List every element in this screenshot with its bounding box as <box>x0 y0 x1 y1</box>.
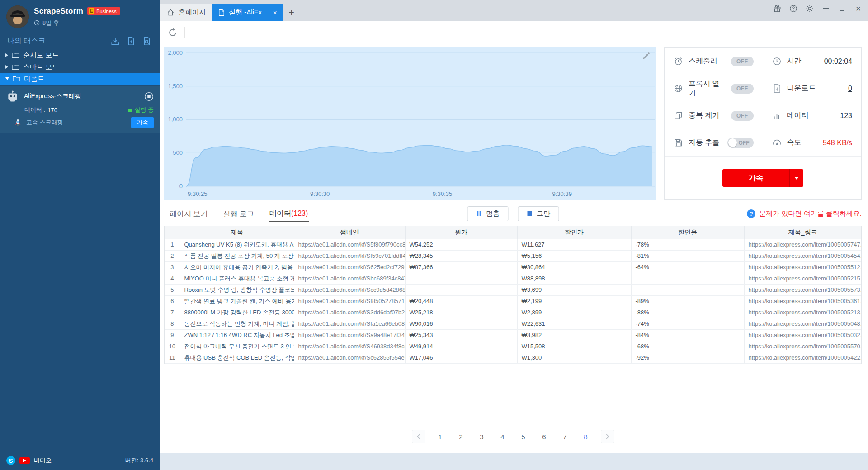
cell-discount-rate[interactable]: -64% <box>631 261 744 273</box>
cell-sale-price[interactable]: ₩2,899 <box>517 307 631 318</box>
cell-discount-rate[interactable]: -88% <box>631 307 744 318</box>
cell-title-link[interactable]: https://ko.aliexpress.com/item/100500574… <box>744 239 861 250</box>
cell-discount-rate[interactable] <box>631 284 744 295</box>
cell-title-link[interactable]: https://ko.aliexpress.com/item/100500504… <box>744 318 861 329</box>
tab-data[interactable]: 데이터(123) <box>269 205 309 222</box>
import-task-icon[interactable] <box>111 37 120 46</box>
cell-title[interactable]: Rooxin 도넛 수영 링, 팽창식 수영장 플로트,... <box>180 284 294 295</box>
help-area[interactable]: ? 문제가 있다면 여기를 클릭하세요. <box>747 209 862 218</box>
accelerate-button-label[interactable]: 가속 <box>722 169 789 187</box>
avatar[interactable] <box>6 5 29 28</box>
close-tab-icon[interactable]: × <box>273 9 277 16</box>
stop-button[interactable]: 그만 <box>518 206 559 221</box>
gift-icon[interactable] <box>773 4 781 13</box>
cell-original-price[interactable]: ₩28,345 <box>405 250 517 261</box>
dedupe-toggle[interactable]: OFF <box>731 111 754 121</box>
cell-thumbnail-url[interactable]: https://ae01.alicdn.com/kf/Sf59c701fddff… <box>294 250 405 261</box>
close-window-button[interactable]: × <box>854 4 863 13</box>
cell-title[interactable]: ZWN 1:12 / 1:16 4WD RC 자동차 Led 조명 ... <box>180 329 294 341</box>
cell-title-link[interactable]: https://ko.aliexpress.com/item/100500557… <box>744 284 861 295</box>
cell-sale-price[interactable]: ₩1,300 <box>517 352 631 363</box>
cell-title-link[interactable]: https://ko.aliexpress.com/item/100500542… <box>744 352 861 363</box>
cell-discount-rate[interactable]: -84% <box>631 329 744 341</box>
skype-icon[interactable]: S <box>6 456 15 465</box>
cell-thumbnail-url[interactable]: https://ae01.alicdn.com/kf/Sbc689f34c847… <box>294 273 405 284</box>
cell-title[interactable]: 8800000LM 가장 강력한 LED 손전등 3000 ... <box>180 307 294 318</box>
task-data-count[interactable]: 170 <box>47 107 57 114</box>
table-row[interactable]: 1Quansheng UV K5 (8) 워키토키, 휴대용 Am...http… <box>165 239 861 250</box>
caret-right-icon[interactable] <box>5 53 8 57</box>
edit-pencil-icon[interactable] <box>642 52 650 60</box>
caret-down-icon[interactable] <box>5 77 9 80</box>
col-header-title[interactable]: 제목 <box>180 226 294 239</box>
cell-sale-price[interactable]: ₩15,508 <box>517 341 631 352</box>
cell-sale-price[interactable]: ₩2,199 <box>517 295 631 307</box>
cell-title-link[interactable]: https://ko.aliexpress.com/item/100500521… <box>744 273 861 284</box>
minimize-button[interactable] <box>821 4 830 13</box>
col-header-title-link[interactable]: 제목_링크 <box>744 226 861 239</box>
cell-original-price[interactable]: ₩54,252 <box>405 239 517 250</box>
col-header-sale-price[interactable]: 할인가 <box>517 226 631 239</box>
youtube-icon[interactable] <box>19 457 30 464</box>
pause-button[interactable]: 멈춤 <box>467 206 508 221</box>
cell-title[interactable]: 동전으로 작동하는 인형 기계, 미니 게임, 플... <box>180 318 294 329</box>
cell-discount-rate[interactable]: -89% <box>631 295 744 307</box>
cell-thumbnail-url[interactable]: https://ae01.alicdn.com/kf/Sa9a48e17f349… <box>294 329 405 341</box>
accelerate-button[interactable]: 가속 <box>722 169 803 187</box>
scheduler-toggle[interactable]: OFF <box>731 57 754 66</box>
cell-title-link[interactable]: https://ko.aliexpress.com/item/100500503… <box>744 329 861 341</box>
cell-original-price[interactable]: ₩49,914 <box>405 341 517 352</box>
table-row[interactable]: 9ZWN 1:12 / 1:16 4WD RC 자동차 Led 조명 ...ht… <box>165 329 861 341</box>
page-button-2[interactable]: 2 <box>455 433 467 441</box>
cell-discount-rate[interactable]: -92% <box>631 352 744 363</box>
search-task-icon[interactable] <box>142 37 151 46</box>
maximize-button[interactable] <box>838 4 846 13</box>
cell-title-link[interactable]: https://ko.aliexpress.com/item/100500551… <box>744 261 861 273</box>
accelerate-small-button[interactable]: 가속 <box>131 117 154 128</box>
cell-original-price[interactable]: ₩87,366 <box>405 261 517 273</box>
cell-thumbnail-url[interactable]: https://ae01.alicdn.com/kf/Sfa1ea66eb08d… <box>294 318 405 329</box>
stop-task-button[interactable] <box>144 92 154 101</box>
table-row[interactable]: 11휴대용 USB 충전식 COB LED 손전등, 작업...https://… <box>165 352 861 363</box>
cell-sale-price[interactable]: ₩22,631 <box>517 318 631 329</box>
cell-title[interactable]: 빨간색 연료 탱크 가솔린 캔, 가스 예비 용기,... <box>180 295 294 307</box>
tree-item-smart-mode[interactable]: 스마트 모드 <box>0 61 160 73</box>
cell-discount-rate[interactable] <box>631 273 744 284</box>
cell-discount-rate[interactable]: -74% <box>631 318 744 329</box>
cell-original-price[interactable] <box>405 284 517 295</box>
col-header-original-price[interactable]: 원가 <box>405 226 517 239</box>
task-card[interactable]: AliExpress-스크래핑 데이터 : 170 실행 중 <box>0 86 160 133</box>
page-button-1[interactable]: 1 <box>434 433 446 441</box>
cell-thumbnail-url[interactable]: https://ae01.alicdn.com/kf/Sc62855f554e5… <box>294 352 405 363</box>
cell-sale-price[interactable]: ₩3,982 <box>517 329 631 341</box>
refresh-icon[interactable] <box>168 28 178 38</box>
page-button-6[interactable]: 6 <box>538 433 550 441</box>
cell-discount-rate[interactable]: -81% <box>631 250 744 261</box>
cell-sale-price[interactable]: ₩88,898 <box>517 273 631 284</box>
cell-title[interactable]: Quansheng UV K5 (8) 워키토키, 휴대용 Am... <box>180 239 294 250</box>
cell-sale-price[interactable]: ₩3,699 <box>517 284 631 295</box>
video-link[interactable]: 비디오 <box>34 456 52 465</box>
question-circle-icon[interactable]: ? <box>747 209 755 218</box>
page-button-8[interactable]: 8 <box>580 433 592 441</box>
cell-thumbnail-url[interactable]: https://ae01.alicdn.com/kf/S46938d34f8c0… <box>294 341 405 352</box>
cell-sale-price[interactable]: ₩30,864 <box>517 261 631 273</box>
cell-discount-rate[interactable]: -68% <box>631 341 744 352</box>
chevron-down-icon[interactable] <box>789 169 803 187</box>
page-button-4[interactable]: 4 <box>497 433 509 441</box>
help-link[interactable]: 문제가 있다면 여기를 클릭하세요. <box>759 209 862 218</box>
cell-title[interactable]: 접이식 마그네틱 무선 충전기 스탠드 3 인 1,... <box>180 341 294 352</box>
cell-title[interactable]: 휴대용 USB 충전식 COB LED 손전등, 작업... <box>180 352 294 363</box>
cell-sale-price[interactable]: ₩11,627 <box>517 239 631 250</box>
proxy-toggle[interactable]: OFF <box>731 84 754 94</box>
table-row[interactable]: 8동전으로 작동하는 인형 기계, 미니 게임, 플...https://ae0… <box>165 318 861 329</box>
col-header-thumbnail[interactable]: 썸네일 <box>294 226 405 239</box>
cell-thumbnail-url[interactable]: https://ae01.alicdn.com/kf/Sf8505278571f… <box>294 295 405 307</box>
cell-original-price[interactable] <box>405 273 517 284</box>
data-count-value[interactable]: 123 <box>840 112 852 120</box>
col-header-discount-rate[interactable]: 할인율 <box>631 226 744 239</box>
cell-title[interactable]: 샤오미 미지아 휴대용 공기 압축기 2, 범용 전... <box>180 261 294 273</box>
cell-thumbnail-url[interactable]: https://ae01.alicdn.com/kf/S3dd6daf07b2a… <box>294 307 405 318</box>
tab-run-log[interactable]: 실행 로그 <box>222 206 255 222</box>
cell-thumbnail-url[interactable]: https://ae01.alicdn.com/kf/S625ed2cf7291… <box>294 261 405 273</box>
